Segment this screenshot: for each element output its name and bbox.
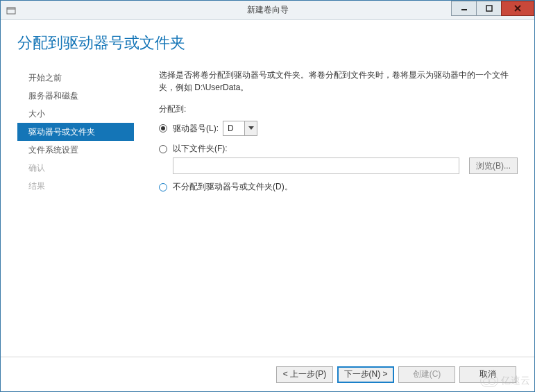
drive-letter-select[interactable]: D [223,121,257,136]
svg-line-5 [515,6,520,11]
option-none[interactable]: 不分配到驱动器号或文件夹(D)。 [159,181,518,193]
folder-label: 以下文件夹(F): [173,143,228,155]
wizard-window: 新建卷向导 分配到驱动器号或文件夹 开始之前 服务器和磁盘 大小 驱动器号或 [0,0,535,392]
browse-button[interactable]: 浏览(B)... [469,157,518,174]
app-icon [3,3,19,18]
drive-letter-value: D [223,121,244,135]
description-text: 选择是否将卷分配到驱动器号或文件夹。将卷分配到文件夹时，卷将显示为驱动器中的一个… [159,69,518,94]
svg-rect-3 [486,6,492,11]
step-server-disk[interactable]: 服务器和磁盘 [17,87,134,105]
wizard-steps-sidebar: 开始之前 服务器和磁盘 大小 驱动器号或文件夹 文件系统设置 确认 结果 [17,69,134,351]
radio-folder[interactable] [159,145,167,153]
previous-button[interactable]: < 上一步(P) [276,366,333,383]
wizard-body: 分配到驱动器号或文件夹 开始之前 服务器和磁盘 大小 驱动器号或文件夹 文件系统… [1,20,534,357]
step-list: 开始之前 服务器和磁盘 大小 驱动器号或文件夹 文件系统设置 确认 结果 [17,69,134,195]
svg-rect-1 [7,8,15,10]
wizard-content: 选择是否将卷分配到驱动器号或文件夹。将卷分配到文件夹时，卷将显示为驱动器中的一个… [134,69,518,351]
page-title: 分配到驱动器号或文件夹 [17,33,518,53]
minimize-button[interactable] [451,1,476,16]
option-folder[interactable]: 以下文件夹(F): [159,143,518,155]
step-filesystem[interactable]: 文件系统设置 [17,141,134,159]
columns: 开始之前 服务器和磁盘 大小 驱动器号或文件夹 文件系统设置 确认 结果 选择是… [17,69,518,351]
step-result: 结果 [17,177,134,195]
assign-to-label: 分配到: [159,103,518,115]
create-button: 创建(C) [398,366,455,383]
drive-letter-label: 驱动器号(L): [173,123,219,135]
folder-path-input[interactable] [173,157,459,174]
maximize-button[interactable] [476,1,501,16]
folder-input-row: 浏览(B)... [173,157,518,174]
step-size[interactable]: 大小 [17,105,134,123]
dropdown-icon [244,121,257,135]
option-drive-letter[interactable]: 驱动器号(L): D [159,121,518,136]
step-before-begin[interactable]: 开始之前 [17,69,134,87]
none-label: 不分配到驱动器号或文件夹(D)。 [173,181,293,193]
window-buttons [451,1,534,19]
radio-drive-letter[interactable] [159,124,167,133]
svg-marker-6 [248,126,254,130]
next-button[interactable]: 下一步(N) > [337,366,394,383]
radio-none[interactable] [159,183,167,191]
svg-line-4 [515,6,520,11]
titlebar: 新建卷向导 [1,1,534,20]
step-drive-letter-folder[interactable]: 驱动器号或文件夹 [17,123,134,141]
close-button[interactable] [501,1,534,16]
cancel-button[interactable]: 取消 [459,366,516,383]
step-confirm: 确认 [17,159,134,177]
wizard-footer: < 上一步(P) 下一步(N) > 创建(C) 取消 [1,357,534,391]
